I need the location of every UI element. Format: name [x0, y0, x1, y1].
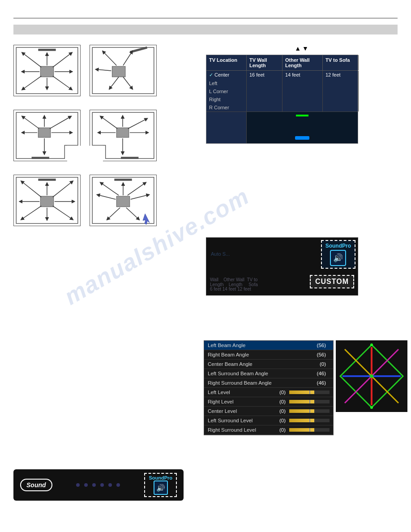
setting-center-beam-angle[interactable]: Center Beam Angle (0) — [204, 360, 333, 369]
col-header-to-sofa: TV to Sofa — [323, 55, 359, 70]
to-sofa-column: 12 feet — [323, 71, 359, 112]
svg-point-64 — [370, 406, 373, 409]
tv-location-table: TV Location TV Wall Length Other Wall Le… — [206, 55, 358, 144]
other-wall-value: 14 feet — [283, 71, 322, 79]
sp-icon-bottom: 🔊 — [154, 481, 168, 495]
diagram-lcorner — [13, 110, 81, 161]
location-left[interactable]: Left — [206, 79, 246, 87]
diagram-extra — [90, 175, 157, 226]
sound-bar-section: Sound SoundPro 🔊 — [13, 469, 184, 501]
center-level-value: (0) — [272, 408, 286, 414]
soundpro-icon: 🔊 — [330, 250, 346, 266]
svg-rect-37 — [40, 196, 53, 207]
right-beam-label: Right Beam Angle — [208, 352, 313, 357]
location-right[interactable]: Right — [206, 95, 246, 103]
svg-point-63 — [370, 343, 373, 346]
setting-left-beam-angle[interactable]: Left Beam Angle (56) — [204, 341, 333, 350]
col-header-tv-wall: TV Wall Length — [247, 55, 283, 70]
right-section: ▲▼ TV Location TV Wall Length Other Wall… — [206, 45, 398, 144]
diagram-right — [90, 110, 157, 161]
diagram-center-svg — [14, 45, 80, 96]
diamond-viz-svg — [336, 340, 407, 412]
right-surround-level-marker — [309, 428, 310, 432]
svg-rect-2 — [40, 66, 53, 77]
svg-rect-27 — [121, 157, 138, 159]
right-surround-beam-label: Right Surround Beam Angle — [208, 380, 313, 386]
room-mini-image — [247, 112, 358, 143]
right-level-label: Right Level — [208, 399, 272, 404]
left-surround-beam-value: (46) — [313, 371, 326, 376]
svg-rect-13 — [112, 66, 125, 77]
diagram-lcorner-svg — [14, 110, 80, 161]
sp-feet: 6 feet 14 feet 12 feet — [210, 287, 251, 292]
sound-label: Sound — [26, 481, 46, 489]
center-beam-value: (0) — [313, 361, 326, 367]
location-lcorner[interactable]: L Corner — [206, 87, 246, 95]
right-surround-level-label: Right Surround Level — [208, 427, 272, 433]
diagrams-section — [13, 45, 201, 240]
svg-rect-36 — [38, 179, 56, 181]
sound-dot-2 — [84, 483, 88, 487]
setting-right-surround-level[interactable]: Right Surround Level (0) — [204, 425, 333, 435]
diamond-visualization — [336, 340, 407, 412]
other-wall-column: 14 feet — [283, 71, 323, 112]
setting-right-surround-beam[interactable]: Right Surround Beam Angle (46) — [204, 378, 333, 388]
right-surround-level-bar — [289, 428, 330, 432]
setting-right-level[interactable]: Right Level (0) — [204, 397, 333, 407]
left-level-label: Left Level — [208, 390, 272, 395]
center-level-marker — [309, 409, 310, 413]
diagram-right-svg — [90, 110, 156, 161]
left-surround-level-fill — [289, 419, 314, 422]
location-rcorner[interactable]: R Corner — [206, 103, 246, 112]
right-level-marker — [309, 400, 310, 403]
diagram-left — [90, 45, 157, 96]
setting-center-level[interactable]: Center Level (0) — [204, 407, 333, 416]
empty-cell — [206, 112, 247, 143]
svg-rect-20 — [38, 128, 51, 137]
top-divider — [13, 18, 398, 18]
left-surround-level-marker — [309, 419, 310, 422]
soundpro-label: SoundPro — [325, 243, 351, 249]
settings-panel: Left Beam Angle (56) Right Beam Angle (5… — [204, 340, 334, 435]
right-level-fill — [289, 400, 314, 403]
right-level-bar — [289, 400, 330, 403]
left-surround-level-label: Left Surround Level — [208, 418, 272, 423]
right-surround-level-value: (0) — [272, 427, 286, 433]
svg-rect-1 — [38, 49, 56, 51]
setting-right-beam-angle[interactable]: Right Beam Angle (56) — [204, 350, 333, 360]
custom-badge[interactable]: CUSTOM — [310, 275, 354, 288]
left-level-marker — [309, 390, 310, 394]
sound-dot-5 — [108, 483, 112, 487]
setting-left-surround-level[interactable]: Left Surround Level (0) — [204, 416, 333, 425]
left-level-fill — [289, 390, 314, 394]
sp-label-bottom: SoundPro — [149, 475, 172, 481]
center-beam-label: Center Beam Angle — [208, 361, 313, 367]
sp-bg-text: Auto S... — [211, 251, 230, 257]
svg-rect-28 — [116, 128, 129, 137]
left-surround-level-bar — [289, 419, 330, 422]
sound-dot-6 — [116, 483, 120, 487]
sound-dot-4 — [100, 483, 104, 487]
soundpro-badge: SoundPro 🔊 — [321, 240, 355, 269]
left-beam-label: Left Beam Angle — [208, 343, 313, 348]
diagram-extra-svg — [90, 175, 156, 226]
center-level-fill — [289, 409, 314, 413]
tv-indicator-top — [296, 115, 308, 116]
col-header-other-wall: Other Wall Length — [283, 55, 323, 70]
tv-wall-value: 16 feet — [247, 71, 282, 79]
svg-rect-47 — [114, 179, 132, 181]
right-surround-beam-value: (46) — [313, 380, 326, 386]
tv-wall-column: 16 feet — [247, 71, 283, 112]
left-level-bar — [289, 390, 330, 394]
location-center[interactable]: Center — [206, 71, 246, 79]
svg-point-62 — [370, 374, 373, 378]
center-level-label: Center Level — [208, 408, 272, 414]
svg-rect-48 — [116, 196, 129, 207]
left-level-value: (0) — [272, 390, 286, 395]
setting-left-surround-beam[interactable]: Left Surround Beam Angle (46) — [204, 369, 333, 378]
to-sofa-value: 12 feet — [323, 71, 358, 79]
nav-arrows[interactable]: ▲▼ — [206, 45, 398, 52]
setting-left-level[interactable]: Left Level (0) — [204, 388, 333, 397]
col-header-location: TV Location — [206, 55, 247, 70]
right-beam-value: (56) — [313, 352, 326, 357]
